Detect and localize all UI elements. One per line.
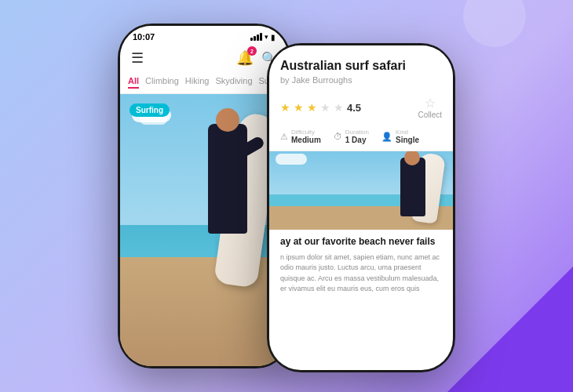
notification-bell[interactable]: 🔔 2 (236, 49, 254, 67)
detail-title: Australian surf safari (280, 58, 442, 73)
surfing-badge: Surfing (130, 103, 170, 117)
detail-person-body (400, 158, 425, 216)
battery-icon: ▮ (271, 33, 276, 42)
rating-number: 4.5 (347, 102, 361, 114)
card-image-area: Surfing (120, 94, 288, 366)
meta-kind: 👤 Kind Single (381, 129, 419, 144)
difficulty-label: Difficulty (291, 129, 321, 136)
difficulty-value: Medium (291, 136, 321, 144)
person-body (208, 124, 247, 234)
detail-image (269, 151, 453, 230)
stars-rating: ★ ★ ★ ★ ★ 4.5 (280, 101, 361, 114)
person-head (216, 108, 239, 132)
status-bar: 10:07 ▾ ▮ (120, 26, 288, 45)
meta-duration: ⏱ Duration 1 Day (334, 129, 369, 144)
phone-detail: Australian surf safari by Jake Burroughs… (267, 43, 455, 372)
signal-icon (250, 33, 262, 41)
kind-icon: 👤 (381, 132, 392, 142)
sand-bg (120, 257, 288, 366)
bg-triangle-decoration (447, 267, 573, 392)
duration-value: 1 Day (345, 136, 369, 144)
star-5: ★ (334, 101, 344, 114)
detail-meta-row: ⚠ Difficulty Medium ⏱ Duration 1 Day 👤 (269, 124, 453, 151)
phone2-screen: Australian surf safari by Jake Burroughs… (269, 45, 453, 370)
meta-difficulty: ⚠ Difficulty Medium (280, 129, 321, 144)
collect-label: Collect (418, 111, 442, 119)
difficulty-icon: ⚠ (280, 132, 288, 142)
top-nav: ☰ 🔔 2 🔍 (120, 45, 288, 71)
collect-button[interactable]: ☆ Collect (418, 96, 442, 119)
star-2: ★ (294, 101, 304, 114)
phone1-screen: 10:07 ▾ ▮ ☰ 🔔 (120, 26, 288, 366)
tab-climbing[interactable]: Climbing (145, 74, 179, 89)
clock: 10:07 (133, 32, 155, 42)
detail-description: ay at our favorite beach never fails n i… (269, 230, 453, 370)
duration-icon: ⏱ (334, 132, 342, 141)
star-3: ★ (307, 101, 317, 114)
star-4: ★ (320, 101, 330, 114)
tab-all[interactable]: All (128, 74, 139, 89)
detail-cloud-1 (276, 154, 307, 165)
status-icons: ▾ ▮ (250, 33, 276, 42)
duration-label: Duration (345, 129, 369, 136)
kind-value: Single (396, 136, 419, 144)
wifi-icon: ▾ (265, 33, 268, 41)
detail-author: by Jake Burroughs (280, 75, 442, 85)
phones-container: 10:07 ▾ ▮ ☰ 🔔 (118, 20, 455, 372)
bg-circle-decoration (463, 0, 526, 47)
detail-rating-row: ★ ★ ★ ★ ★ 4.5 ☆ Collect (269, 91, 453, 124)
menu-icon[interactable]: ☰ (131, 49, 144, 67)
phone-list: 10:07 ▾ ▮ ☰ 🔔 (118, 24, 290, 368)
tab-skydiving[interactable]: Skydiving (215, 74, 252, 89)
surf-image (120, 94, 288, 366)
category-tabs: All Climbing Hiking Skydiving Surfing (120, 71, 288, 94)
star-1: ★ (280, 101, 290, 114)
description-text: n ipsum dolor sit amet, sapien etiam, nu… (280, 252, 442, 295)
kind-label: Kind (396, 129, 419, 136)
description-heading: ay at our favorite beach never fails (280, 236, 442, 249)
detail-header: Australian surf safari by Jake Burroughs (269, 45, 453, 91)
tab-hiking[interactable]: Hiking (185, 74, 210, 89)
notification-badge: 2 (247, 46, 257, 56)
collect-star-icon: ☆ (425, 96, 436, 111)
